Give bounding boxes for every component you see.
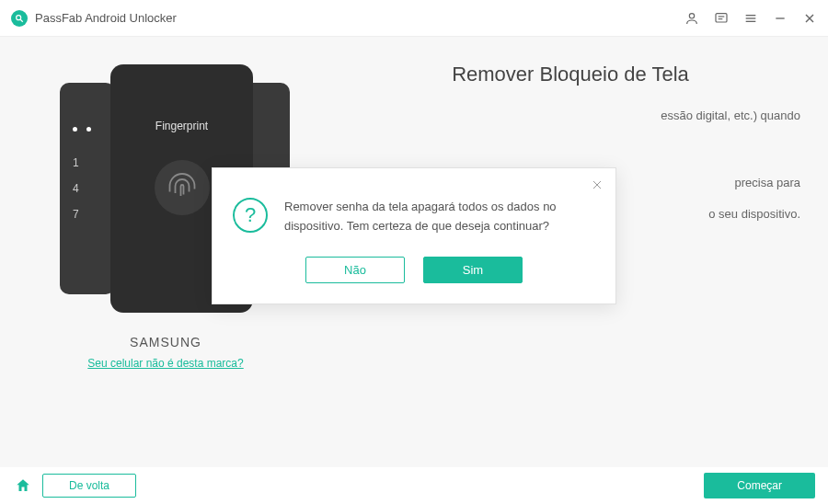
desc-line: essão digital, etc.) quando (340, 105, 800, 126)
svg-line-1 (20, 19, 23, 22)
fingerprint-icon (155, 160, 210, 215)
svg-point-2 (689, 13, 694, 17)
svg-point-0 (17, 15, 21, 19)
app-logo-group: PassFab Android Unlocker (11, 10, 177, 27)
change-brand-link[interactable]: Seu celular não é desta marca? (87, 357, 243, 370)
modal-body: ? Remover senha da tela apagará todos os… (233, 198, 595, 236)
app-title: PassFab Android Unlocker (35, 11, 177, 25)
svg-rect-3 (716, 13, 727, 21)
question-icon: ? (233, 198, 268, 233)
page-title: Remover Bloqueio de Tela (340, 63, 800, 86)
home-icon[interactable] (13, 475, 33, 496)
app-logo-icon (11, 10, 28, 27)
modal-buttons: Não Sim (233, 257, 595, 283)
no-button[interactable]: Não (305, 257, 405, 283)
keypad-num: 4 (73, 182, 79, 195)
keypad-num: 7 (73, 208, 79, 221)
minimize-icon[interactable] (773, 11, 788, 26)
fingerprint-label: Fingerprint (155, 120, 208, 132)
back-button[interactable]: De volta (42, 474, 136, 498)
feedback-icon[interactable] (714, 11, 729, 26)
start-button[interactable]: Começar (704, 473, 815, 498)
phone-dots (73, 127, 91, 132)
confirm-modal: ? Remover senha da tela apagará todos os… (212, 167, 616, 304)
yes-button[interactable]: Sim (423, 257, 523, 283)
modal-message: Remover senha da tela apagará todos os d… (284, 198, 595, 236)
device-brand-label: SAMSUNG (130, 335, 201, 349)
menu-icon[interactable] (743, 11, 758, 26)
close-icon[interactable] (802, 11, 817, 26)
account-icon[interactable] (684, 11, 699, 26)
modal-close-icon[interactable] (592, 178, 604, 190)
bottom-bar: De volta Começar (0, 467, 828, 504)
phone-keypad: 1 4 7 (73, 156, 79, 221)
keypad-num: 1 (73, 156, 79, 169)
window-controls (684, 11, 817, 26)
titlebar: PassFab Android Unlocker (0, 0, 828, 37)
phone-back-left: 1 4 7 (60, 83, 115, 294)
